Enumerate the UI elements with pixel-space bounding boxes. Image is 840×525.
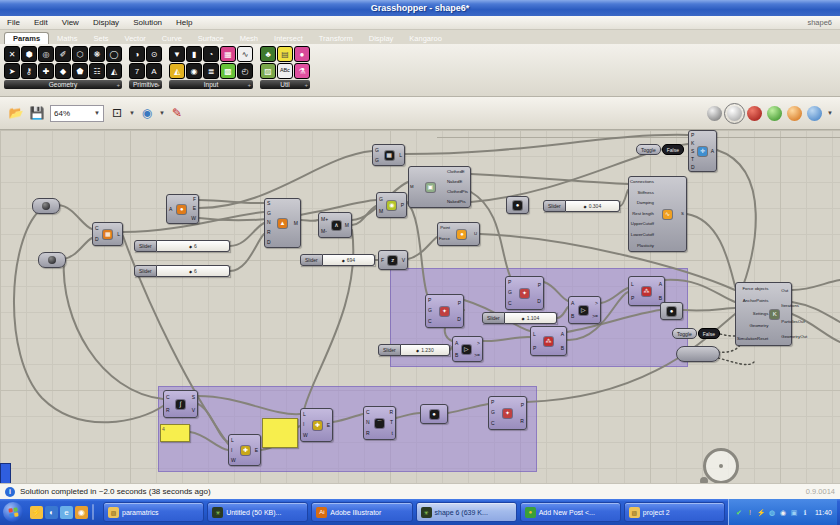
task-button-6[interactable]: ▨project 2: [624, 502, 725, 522]
chevron-down-icon[interactable]: ▼: [129, 110, 135, 116]
anchor-component[interactable]: PKSTD✛A: [688, 130, 717, 172]
dispatch-a[interactable]: LP⁂AB: [530, 326, 567, 356]
port-out[interactable]: NakedPts: [447, 200, 466, 204]
port-in[interactable]: L: [533, 332, 536, 337]
tray-icon-6[interactable]: ℹ: [800, 509, 810, 516]
port-out[interactable]: t: [392, 431, 393, 436]
port-out[interactable]: V: [192, 408, 195, 413]
slider-grip[interactable]: ◆: [416, 348, 419, 353]
group-expand-icon[interactable]: +: [247, 82, 251, 88]
port-in[interactable]: A: [169, 207, 172, 212]
tray-icon-1[interactable]: !: [745, 509, 755, 516]
port-out[interactable]: >: [595, 301, 598, 306]
port-in[interactable]: C: [428, 319, 432, 324]
list-component[interactable]: CD▦L: [92, 222, 123, 246]
port-out[interactable]: B: [561, 346, 564, 351]
grasshopper-canvas[interactable]: CD▦LSlider◆6Slider◆6A●FEWSGNRD▲MM+M-∧MGG…: [0, 130, 840, 483]
panel-small[interactable]: 4: [160, 424, 190, 442]
port-in[interactable]: W: [303, 433, 308, 438]
field-component[interactable]: A●FEW: [166, 194, 199, 224]
selection-region-2[interactable]: [158, 386, 537, 472]
port-in[interactable]: Plasticity: [637, 244, 654, 248]
port-in[interactable]: LowerCutoff: [631, 233, 654, 237]
port-out[interactable]: P: [458, 301, 461, 306]
toggle-value[interactable]: False: [698, 328, 720, 339]
curve-component[interactable]: CR∫SV: [163, 390, 198, 418]
port-in[interactable]: C: [166, 395, 170, 400]
geometry-component-icon-3[interactable]: ✐: [55, 46, 71, 62]
port-out[interactable]: T: [390, 420, 393, 425]
unary-force[interactable]: PointForce●U: [437, 222, 480, 246]
group-expand-icon[interactable]: +: [304, 82, 308, 88]
port-in[interactable]: D: [95, 237, 99, 242]
port-out[interactable]: E: [255, 448, 258, 453]
geometry-component-icon-5[interactable]: ❋: [89, 46, 105, 62]
port-out[interactable]: P: [538, 283, 541, 288]
title-bar[interactable]: Grasshopper - shape6*: [0, 0, 840, 16]
tab-kangaroo[interactable]: Kangaroo: [401, 33, 450, 44]
port-in[interactable]: P: [533, 346, 536, 351]
small-node-2[interactable]: ●: [660, 302, 683, 320]
port-in[interactable]: A: [455, 341, 458, 346]
slider-grip[interactable]: ◆: [584, 204, 587, 209]
pull-point-c[interactable]: PGC✦PR: [488, 396, 527, 430]
input-component-icon-1[interactable]: ▮: [186, 46, 202, 62]
input-component-icon-3[interactable]: ▦: [220, 46, 236, 62]
port-in[interactable]: R: [366, 431, 370, 436]
mesh-points[interactable]: GM◉P: [376, 192, 407, 218]
port-out[interactable]: A: [561, 332, 564, 337]
preview-blue[interactable]: [807, 106, 822, 121]
geometry-component-icon-7[interactable]: ➤: [4, 63, 20, 79]
port-out[interactable]: S: [681, 212, 684, 216]
port-out[interactable]: R: [520, 419, 524, 424]
slider-track[interactable]: ◆1.104: [505, 312, 557, 324]
input-component-icon-8[interactable]: ▩: [220, 63, 236, 79]
port-in[interactable]: Connections: [630, 180, 654, 184]
port-in[interactable]: M: [410, 185, 414, 189]
group-expand-icon[interactable]: +: [156, 82, 160, 88]
geometry-component-icon-2[interactable]: ◎: [38, 46, 54, 62]
port-in[interactable]: D: [691, 165, 695, 170]
port-in[interactable]: P: [508, 280, 511, 285]
chevron-down-icon[interactable]: ▼: [827, 110, 833, 116]
tray-icon-0[interactable]: ✔: [734, 509, 744, 516]
longest-list[interactable]: GG▦L: [372, 144, 405, 166]
slider-6b[interactable]: Slider◆6: [134, 265, 230, 277]
port-out[interactable]: E: [327, 423, 330, 428]
tray-icon-3[interactable]: ◍: [767, 509, 777, 516]
port-in[interactable]: G: [267, 211, 271, 216]
port-out[interactable]: D: [537, 299, 541, 304]
port-out[interactable]: A: [711, 149, 714, 154]
larger-than-b[interactable]: AB▷>>=: [452, 336, 483, 362]
toggle-reset[interactable]: ToggleFalse: [672, 328, 720, 339]
zoom-dropdown[interactable]: 64% ▼: [50, 105, 104, 122]
toggle-top[interactable]: ToggleFalse: [636, 144, 684, 155]
port-out[interactable]: Iterations: [781, 304, 799, 308]
port-in[interactable]: G: [491, 410, 495, 415]
panel-big[interactable]: [262, 418, 298, 448]
port-out[interactable]: E: [193, 206, 196, 211]
quick-launch-icon-2[interactable]: e: [60, 506, 73, 519]
port-in[interactable]: Force: [439, 237, 450, 241]
port-in[interactable]: S: [267, 201, 270, 206]
slider-grip[interactable]: ◆: [189, 269, 192, 274]
chevron-down-icon[interactable]: ▼: [159, 110, 165, 116]
port-in[interactable]: D: [267, 240, 271, 245]
springs[interactable]: ConnectionsStiffnessDampingRest lengthUp…: [628, 176, 687, 252]
input-component-icon-5[interactable]: ◭: [169, 63, 185, 79]
port-in[interactable]: P: [691, 133, 694, 138]
task-button-3[interactable]: AiAdobe Illustrator: [311, 502, 412, 522]
port-in[interactable]: C: [491, 421, 495, 426]
port-out[interactable]: NakedE: [447, 180, 462, 184]
quick-launch-icon-1[interactable]: ◐: [45, 506, 58, 519]
selected-fragment[interactable]: [0, 463, 11, 483]
sketch-pen-icon[interactable]: ✎: [168, 104, 186, 122]
menu-view[interactable]: View: [55, 18, 86, 27]
geometry-component-icon-11[interactable]: ⬟: [72, 63, 88, 79]
util-component-icon-1[interactable]: ▤: [277, 46, 293, 62]
port-in[interactable]: G: [375, 148, 379, 153]
tab-display[interactable]: Display: [361, 33, 402, 44]
meshmachine[interactable]: SGNRD▲M: [264, 198, 301, 248]
port-in[interactable]: N: [267, 220, 271, 225]
tray-icon-4[interactable]: ◉: [778, 509, 788, 516]
